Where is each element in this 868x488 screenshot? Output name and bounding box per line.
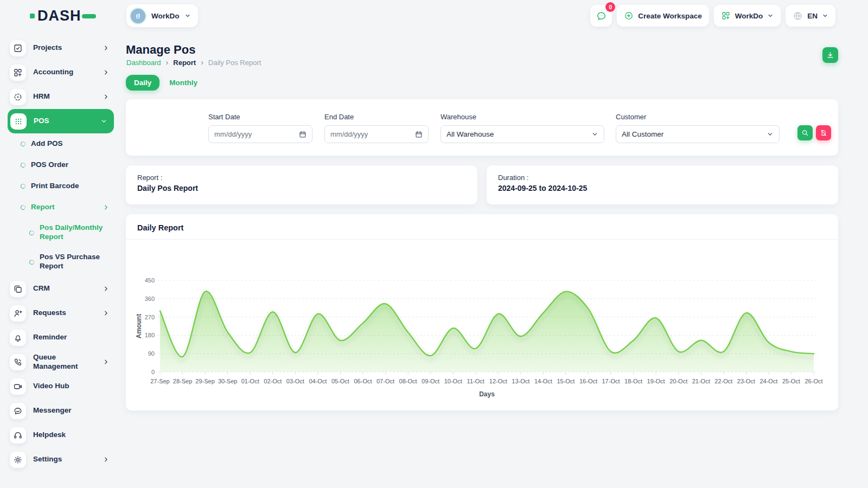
x-axis-label: 06-Oct (354, 378, 372, 384)
sidebar-item-pos-vs-purchase-report[interactable]: Pos VS Purchase Report (8, 247, 114, 277)
breadcrumb: Dashboard›Report›Daily Pos Report (126, 58, 261, 67)
sidebar-item-label: Pos VS Purchase Report (40, 253, 106, 271)
search-button[interactable] (797, 125, 813, 140)
duration-card: Duration : 2024-09-25 to 2024-10-25 (487, 165, 838, 204)
sidebar-item-crm[interactable]: CRM (8, 277, 114, 301)
start-date-label: Start Date (208, 113, 312, 121)
chevron-right-icon (103, 44, 110, 52)
circle-bullet-icon (20, 162, 26, 168)
sidebar-item-label: Projects (33, 43, 62, 53)
calendar-icon[interactable] (415, 131, 423, 138)
x-axis-label: 09-Oct (422, 378, 439, 384)
tab-daily[interactable]: Daily (126, 75, 159, 91)
grid-plus-icon (10, 65, 26, 81)
chevron-down-icon (100, 118, 107, 125)
breadcrumb-separator: › (166, 58, 169, 67)
end-date-label: End Date (324, 113, 429, 121)
calendar-icon[interactable] (299, 131, 307, 138)
x-axis-label: 22-Oct (714, 378, 732, 384)
warehouse-group: Warehouse All Warehouse (441, 113, 604, 143)
chevron-right-icon (103, 285, 110, 292)
sidebar-item-pos-order[interactable]: POS Order (8, 155, 114, 176)
bell-icon (10, 330, 26, 346)
tab-monthly[interactable]: Monthly (167, 75, 200, 91)
sidebar-item-add-pos[interactable]: Add POS (8, 133, 114, 155)
x-axis-label: 13-Oct (512, 378, 529, 384)
headset-icon (10, 427, 26, 444)
x-axis-label: 20-Oct (669, 378, 687, 384)
sidebar-item-reminder[interactable]: Reminder (8, 325, 114, 350)
sidebar-nav: ProjectsAccountingHRMPOSAdd POSPOS Order… (8, 36, 114, 472)
x-axis-label: 29-Sep (195, 378, 214, 384)
circle-bullet-icon (20, 183, 26, 189)
sidebar-item-accounting[interactable]: Accounting (8, 60, 114, 85)
chat-icon (10, 403, 26, 419)
checkbox-icon (10, 40, 26, 56)
x-axis-label: 27-Sep (150, 378, 169, 384)
sidebar-item-video-hub[interactable]: Video Hub (8, 374, 114, 399)
download-button[interactable] (822, 47, 838, 63)
warehouse-label: Warehouse (441, 113, 604, 121)
logo-accent-bar (82, 14, 96, 18)
sidebar-item-hrm[interactable]: HRM (8, 85, 114, 109)
sidebar-item-report[interactable]: Report (8, 197, 114, 218)
circle-bullet-icon (20, 141, 26, 147)
y-axis-tick: 360 (145, 296, 155, 302)
end-date-input[interactable]: mm/dd/yyyy (324, 125, 429, 143)
daily-report-card: Daily Report 09018027036045027-Sep28-Sep… (126, 214, 838, 410)
chevron-down-icon (591, 131, 598, 138)
phone-icon (10, 354, 26, 370)
x-axis-label: 19-Oct (647, 378, 665, 384)
duration-card-value: 2024-09-25 to 2024-10-25 (498, 184, 827, 192)
user-plus-icon (10, 305, 26, 322)
breadcrumb-dashboard[interactable]: Dashboard (126, 59, 161, 67)
reset-filter-button[interactable] (816, 125, 831, 140)
sidebar-item-messenger[interactable]: Messenger (8, 399, 114, 423)
file-off-icon (820, 129, 827, 137)
y-axis-tick: 270 (145, 314, 155, 320)
sidebar-item-queue-management[interactable]: Queue Management (8, 350, 114, 374)
x-axis-label: 24-Oct (760, 378, 777, 384)
sidebar-item-requests[interactable]: Requests (8, 301, 114, 325)
sidebar-item-label: Print Barcode (31, 182, 79, 191)
chevron-right-icon (103, 93, 110, 100)
copy-icon (10, 281, 26, 297)
report-card-value: Daily Pos Report (137, 184, 466, 192)
sidebar-item-print-barcode[interactable]: Print Barcode (8, 176, 114, 197)
x-axis-label: 21-Oct (692, 378, 710, 384)
chevron-right-icon (103, 310, 110, 317)
y-axis-tick: 180 (145, 332, 155, 338)
warehouse-select[interactable]: All Warehouse (441, 125, 604, 143)
search-icon (801, 129, 809, 137)
summary-cards: Report : Daily Pos Report Duration : 202… (126, 165, 838, 204)
y-axis-tick: 450 (145, 277, 155, 284)
x-axis-label: 04-Oct (309, 378, 327, 384)
chevron-right-icon (103, 358, 110, 365)
end-date-group: End Date mm/dd/yyyy (324, 113, 429, 143)
sidebar-item-settings[interactable]: Settings (8, 447, 114, 472)
report-period-tabs: Daily Monthly (126, 75, 200, 91)
sidebar-item-label: Queue Management (33, 353, 103, 371)
x-axis-label: 18-Oct (624, 378, 642, 384)
sidebar-item-label: Report (31, 203, 55, 212)
sidebar-item-pos-daily-monthly-report[interactable]: Pos Daily/Monthly Report (8, 218, 114, 247)
report-card-label: Report : (137, 174, 466, 182)
x-axis-label: 28-Sep (173, 378, 192, 384)
x-axis-label: 10-Oct (444, 378, 462, 384)
report-card: Report : Daily Pos Report (126, 165, 477, 204)
sidebar-item-projects[interactable]: Projects (8, 36, 114, 60)
x-axis-label: 08-Oct (399, 378, 417, 384)
customer-select[interactable]: All Customer (616, 125, 780, 143)
sidebar-item-pos[interactable]: POS (8, 109, 114, 133)
area-chart: 09018027036045027-Sep28-Sep29-Sep30-Sep0… (133, 245, 831, 401)
gear-icon (10, 452, 26, 468)
sidebar-item-label: POS (34, 117, 49, 126)
start-date-input[interactable]: mm/dd/yyyy (208, 125, 312, 143)
x-axis-label: 07-Oct (376, 378, 394, 384)
app-logo[interactable]: DASH (30, 9, 96, 23)
sidebar-item-helpdesk[interactable]: Helpdesk (8, 423, 114, 447)
sidebar-item-label: Requests (33, 309, 66, 318)
circle-bullet-icon (29, 229, 35, 235)
breadcrumb-report[interactable]: Report (173, 59, 196, 67)
sidebar-item-label: POS Order (31, 160, 68, 170)
